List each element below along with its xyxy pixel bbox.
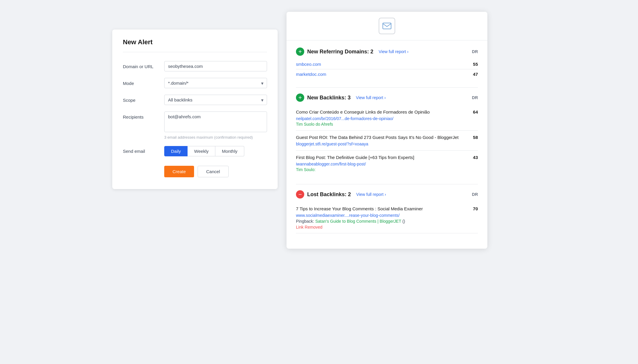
new-backlinks-section: + New Backlinks: 3 View full report › DR…	[296, 94, 478, 176]
lost-backlink-dr-1: 70	[469, 206, 478, 211]
backlink-title-1: Como Criar Conteúdo e Conseguir Links de…	[296, 109, 466, 115]
domain-row-smbceo: smbceo.com 55	[296, 59, 478, 69]
marketdoc-link[interactable]: marketdoc.com	[296, 72, 326, 77]
domain-row-marketdoc: marketdoc.com 47	[296, 69, 478, 79]
backlink-item-1: Como Criar Conteúdo e Conseguir Links de…	[296, 105, 478, 131]
lost-backlinks-title-group: − Lost Backlinks: 2 View full report ›	[296, 190, 386, 199]
lost-backlink-title-1: 7 Tips to Increase Your Blog Comments : …	[296, 206, 466, 212]
backlink-dr-3: 43	[469, 154, 478, 160]
create-button[interactable]: Create	[164, 166, 194, 177]
recipients-label: Recipients	[123, 112, 164, 119]
new-referring-domains-link[interactable]: View full report ›	[379, 49, 408, 54]
backlink-row-1: Como Criar Conteúdo e Conseguir Links de…	[296, 109, 478, 127]
email-header	[287, 12, 487, 40]
divider-2	[296, 184, 478, 184]
lost-backlinks-link[interactable]: View full report ›	[356, 192, 386, 197]
dr-label-3: DR	[472, 192, 478, 197]
backlink-title-3: First Blog Post: The Definitive Guide [+…	[296, 154, 466, 160]
link-removed-badge: Link Removed	[296, 225, 466, 229]
frequency-buttons: Daily Weekly Monthly	[164, 146, 244, 156]
backlink-title-2: Guest Post ROI: The Data Behind 273 Gues…	[296, 134, 466, 140]
divider-1	[296, 87, 478, 88]
mode-select-wrapper: *.domain/* domain/* *.domain exact URL	[164, 78, 267, 88]
section-title-group: + New Referring Domains: 2 View full rep…	[296, 47, 408, 56]
domain-input[interactable]	[164, 61, 267, 71]
recipients-input[interactable]: bot@ahrefs.com	[164, 112, 267, 132]
plus-icon-2: +	[296, 94, 304, 102]
lost-backlink-url-1[interactable]: www.socialmediaexaminer....rease-your-bl…	[296, 213, 466, 218]
lost-backlinks-header: − Lost Backlinks: 2 View full report › D…	[296, 190, 478, 199]
backlink-content-3: First Blog Post: The Definitive Guide [+…	[296, 154, 466, 172]
recipients-control: bot@ahrefs.com 3 email addresses maximum…	[164, 112, 267, 140]
recipients-hint: 3 email addresses maximum (confirmation …	[164, 135, 267, 140]
new-backlinks-title: New Backlinks: 3	[307, 95, 351, 101]
backlink-author-1: Tim Suolo do Ahrefs	[296, 122, 333, 127]
frequency-daily[interactable]: Daily	[164, 146, 188, 156]
panel-title: New Alert	[123, 38, 267, 52]
email-panel: + New Referring Domains: 2 View full rep…	[287, 12, 487, 249]
backlink-item-2: Guest Post ROI: The Data Behind 273 Gues…	[296, 131, 478, 151]
backlink-item-3: First Blog Post: The Definitive Guide [+…	[296, 151, 478, 176]
scope-select-wrapper: All backlinks New backlinks Lost backlin…	[164, 95, 267, 105]
smbceo-link[interactable]: smbceo.com	[296, 62, 321, 67]
marketdoc-dr: 47	[473, 72, 478, 77]
new-backlinks-title-group: + New Backlinks: 3 View full report ›	[296, 94, 386, 102]
lost-backlinks-title: Lost Backlinks: 2	[307, 191, 351, 198]
action-buttons: Create Cancel	[164, 166, 267, 177]
cancel-button[interactable]: Cancel	[198, 166, 229, 177]
minus-icon: −	[296, 190, 304, 199]
new-referring-domains-section: + New Referring Domains: 2 View full rep…	[296, 47, 478, 79]
backlink-row-2: Guest Post ROI: The Data Behind 273 Gues…	[296, 134, 478, 147]
backlink-author-3: Tim Soulo:	[296, 167, 315, 172]
domain-row: Domain or URL	[123, 61, 267, 71]
scope-select[interactable]: All backlinks New backlinks Lost backlin…	[164, 95, 267, 105]
new-backlinks-header: + New Backlinks: 3 View full report › DR	[296, 94, 478, 102]
pingback-text: Pingback: Satan's Guide to Blog Comments…	[296, 219, 466, 224]
alert-panel: New Alert Domain or URL Mode *.domain/* …	[112, 29, 278, 189]
new-referring-domains-header: + New Referring Domains: 2 View full rep…	[296, 47, 478, 56]
mode-control: *.domain/* domain/* *.domain exact URL	[164, 78, 267, 88]
dr-label-1: DR	[472, 49, 478, 54]
lost-backlink-row-1: 7 Tips to Increase Your Blog Comments : …	[296, 206, 478, 229]
backlink-url-2[interactable]: bloggerjet.stfi.re/guest-post/?sf=xoaaya	[296, 142, 466, 146]
new-backlinks-link[interactable]: View full report ›	[356, 95, 386, 100]
email-icon	[379, 18, 395, 34]
mode-row: Mode *.domain/* domain/* *.domain exact …	[123, 78, 267, 88]
smbceo-dr: 55	[473, 62, 478, 67]
backlink-dr-1: 64	[469, 109, 478, 114]
domain-label: Domain or URL	[123, 61, 164, 69]
lost-backlink-item-1: 7 Tips to Increase Your Blog Comments : …	[296, 202, 478, 233]
send-email-label: Send email	[123, 149, 164, 154]
svg-rect-0	[383, 23, 391, 29]
frequency-weekly[interactable]: Weekly	[188, 146, 215, 156]
new-referring-domains-title: New Referring Domains: 2	[307, 49, 373, 55]
backlink-row-3: First Blog Post: The Definitive Guide [+…	[296, 154, 478, 172]
send-email-row: Send email Daily Weekly Monthly	[123, 146, 267, 156]
plus-icon: +	[296, 47, 304, 56]
dr-label-2: DR	[472, 95, 478, 100]
lost-content-1: 7 Tips to Increase Your Blog Comments : …	[296, 206, 466, 229]
mode-select[interactable]: *.domain/* domain/* *.domain exact URL	[164, 78, 267, 88]
lost-backlinks-section: − Lost Backlinks: 2 View full report › D…	[296, 190, 478, 233]
backlink-content-1: Como Criar Conteúdo e Conseguir Links de…	[296, 109, 466, 127]
backlink-content-2: Guest Post ROI: The Data Behind 273 Gues…	[296, 134, 466, 147]
frequency-monthly[interactable]: Monthly	[215, 146, 244, 156]
mode-label: Mode	[123, 78, 164, 86]
backlink-url-1[interactable]: neilpatel.com/br/2016/07...de-formadores…	[296, 116, 466, 121]
backlink-url-3[interactable]: iwannabeablogger.com/first-blog-post/	[296, 162, 466, 166]
scope-label: Scope	[123, 95, 164, 103]
pingback-link[interactable]: Satan's Guide to Blog Comments | Blogger…	[315, 219, 401, 224]
backlink-dr-2: 58	[469, 134, 478, 140]
recipients-row: Recipients bot@ahrefs.com 3 email addres…	[123, 112, 267, 140]
email-body: + New Referring Domains: 2 View full rep…	[287, 40, 487, 249]
scope-row: Scope All backlinks New backlinks Lost b…	[123, 95, 267, 105]
domain-control	[164, 61, 267, 71]
scope-control: All backlinks New backlinks Lost backlin…	[164, 95, 267, 105]
page-container: New Alert Domain or URL Mode *.domain/* …	[112, 12, 526, 249]
